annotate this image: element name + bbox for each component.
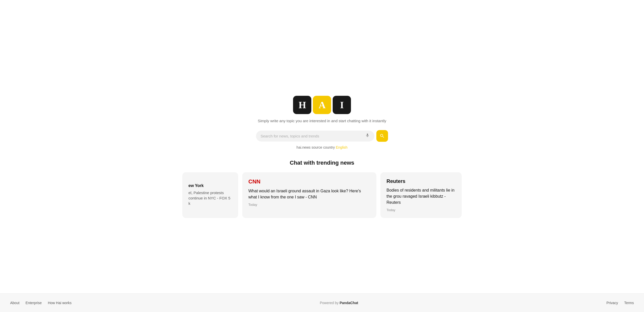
- main-content: H A I Simply write any topic you are int…: [0, 0, 644, 293]
- footer: About Enterprise How Hai works Powered b…: [0, 293, 644, 312]
- footer-left: About Enterprise How Hai works: [10, 301, 72, 305]
- footer-privacy-link[interactable]: Privacy: [606, 301, 618, 305]
- card2-title: What would an Israeli ground assault in …: [248, 188, 370, 200]
- trending-section: Chat with trending news ew York el, Pale…: [182, 160, 462, 218]
- footer-center: Powered by PandaChat: [320, 301, 358, 305]
- logo-letter-h: H: [293, 96, 311, 114]
- card1-location: ew York: [188, 183, 232, 188]
- card3-source: Reuters: [387, 178, 456, 184]
- tagline: Simply write any topic you are intereste…: [258, 119, 386, 123]
- source-info: hai.news source country English: [297, 145, 348, 149]
- logo-letter-a: A: [313, 96, 331, 114]
- cnn-logo: CNN: [248, 178, 370, 185]
- card3-title: Bodies of residents and militants lie in…: [387, 187, 456, 206]
- source-language-link[interactable]: English: [336, 145, 347, 149]
- trending-title: Chat with trending news: [182, 160, 462, 166]
- card2-date: Today: [248, 203, 370, 207]
- search-input-wrapper: [256, 131, 374, 142]
- search-container: [256, 130, 388, 142]
- news-card-3[interactable]: Reuters Bodies of residents and militant…: [380, 172, 462, 218]
- news-cards-container: ew York el, Palestine protests continue …: [182, 172, 462, 218]
- card3-date: Today: [387, 208, 456, 212]
- footer-terms-link[interactable]: Terms: [624, 301, 634, 305]
- microphone-icon[interactable]: [365, 133, 370, 139]
- news-card-1[interactable]: ew York el, Palestine protests continue …: [182, 172, 238, 218]
- footer-brand: PandaChat: [340, 301, 358, 305]
- logo: H A I: [293, 96, 351, 114]
- footer-how-hai-works-link[interactable]: How Hai works: [48, 301, 71, 305]
- logo-letter-i: I: [333, 96, 351, 114]
- footer-right: Privacy Terms: [606, 301, 634, 305]
- footer-enterprise-link[interactable]: Enterprise: [26, 301, 42, 305]
- search-input[interactable]: [261, 134, 363, 138]
- news-card-2[interactable]: CNN What would an Israeli ground assault…: [242, 172, 376, 218]
- footer-about-link[interactable]: About: [10, 301, 20, 305]
- card1-headline: el, Palestine protests continue in NYC -…: [188, 190, 232, 206]
- search-button[interactable]: [376, 130, 388, 142]
